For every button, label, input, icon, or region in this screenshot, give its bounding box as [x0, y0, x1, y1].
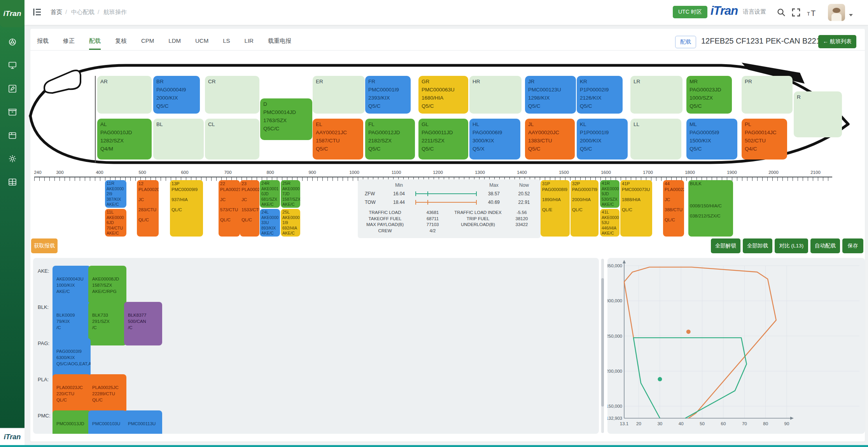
action-button-4[interactable]: 自动配载: [810, 238, 840, 253]
edit-icon[interactable]: [8, 84, 17, 93]
cargo-position-AL[interactable]: ALPAG00010JD1282/SZXQ4/M: [97, 119, 152, 160]
inventory-group-label: PLA:: [38, 377, 49, 382]
cargo-position-ER[interactable]: ER: [313, 76, 365, 114]
bottom-strip: [0, 445, 868, 447]
scrollbar-thumb[interactable]: [601, 278, 604, 407]
cargo-position-22[interactable]: 22PLA00021JC573/CTUQL/C: [219, 180, 240, 237]
inventory-card-PMC00013JD[interactable]: PMC00013JD: [52, 410, 91, 434]
cargo-position-BR[interactable]: BRPAG00004I92000/KIXQ5/C: [153, 76, 200, 114]
tab-LS[interactable]: LS: [223, 37, 230, 50]
monitor-icon[interactable]: [8, 61, 17, 70]
action-button-5[interactable]: 保存: [842, 238, 863, 253]
tab-LDM[interactable]: LDM: [168, 37, 181, 50]
action-button-3[interactable]: 对比 (L13): [775, 238, 808, 253]
cargo-position-11R[interactable]: 11RAKE00002I9387/KIXAKE/C: [105, 180, 126, 208]
cargo-position-KL[interactable]: KLP1P00001I92000/KIXQ5/C: [577, 119, 628, 160]
cargo-position-BL[interactable]: BL: [153, 119, 204, 160]
cargo-position-25R[interactable]: 25RAKE00007JD1587/SZXAKE/C: [281, 180, 300, 208]
cargo-position-PR[interactable]: PR: [742, 76, 793, 114]
cargo-position-13P[interactable]: 13PPMC00009I9937/HIAQL/C: [170, 180, 203, 237]
chevron-down-icon[interactable]: [849, 14, 853, 16]
cargo-position-AR[interactable]: AR: [97, 76, 152, 114]
cargo-position-EL[interactable]: ELAAY00021JC1587/CTUQ5/C: [313, 119, 363, 160]
cargo-position-41P[interactable]: 41PPMC000073U1888/HIAQL/C: [620, 180, 652, 237]
load-planning-page: iTran iTran 首页 / 中心配载 / 航班操作 UTC 时区 iTra…: [0, 0, 868, 447]
cargo-position-32P[interactable]: 32PPAG00007I92000/HIAQL/C: [570, 180, 598, 237]
tab-修正[interactable]: 修正: [63, 37, 75, 50]
breadcrumb-home[interactable]: 首页: [51, 9, 62, 16]
weight-envelope-chart: 350,000300,000250,000200,000150,000132,9…: [607, 258, 865, 434]
breadcrumb-flight-ops: 航班操作: [103, 9, 127, 16]
tab-配载[interactable]: 配载: [89, 37, 101, 50]
cargo-position-24L[interactable]: 24LAKE000033U893/KIXAKE/C: [260, 209, 280, 237]
cargo-position-KR[interactable]: KRP1P00002I92126/KIXQ5/C: [577, 76, 623, 114]
cargo-position-41R[interactable]: 41RAKE00009JD530/SZXAKE/C: [600, 180, 620, 208]
cargo-position-R[interactable]: R: [794, 91, 842, 137]
cargo-position-31P[interactable]: 31PPAG00008I91890/HIAQL/E: [541, 180, 570, 237]
utc-timezone-button[interactable]: UTC 时区: [673, 6, 707, 18]
breadcrumb-center-load[interactable]: 中心配载: [71, 9, 94, 16]
inventory-group-label: BLK:: [38, 304, 49, 310]
cargo-position-24R[interactable]: 24RAKE00010JD681/SZXAKE/C: [260, 180, 280, 208]
cargo-position-D[interactable]: DPMC00014JD1763/SZXQ5C/C: [260, 98, 312, 140]
cargo-position-23[interactable]: 23PLA00024JC1533/CTUQL/C: [240, 180, 259, 237]
fetch-load-button[interactable]: 获取报载: [31, 238, 58, 253]
cargo-position-GR[interactable]: GRPMC000063U1680/HIAQ5/C: [418, 76, 468, 114]
action-button-1[interactable]: 全部解锁: [711, 238, 740, 253]
cargo-position-LL[interactable]: LL: [630, 119, 681, 160]
tow-range-slider: [415, 202, 476, 203]
ruler-label-1100: 1100: [392, 170, 401, 175]
tab-CPM[interactable]: CPM: [141, 37, 154, 50]
cargo-position-ML[interactable]: MLPAG00005I91500/KIXQ5/C: [686, 119, 737, 160]
svg-text:150,000: 150,000: [607, 404, 622, 408]
tab-LIR[interactable]: LIR: [245, 37, 254, 50]
cargo-position-BULK[interactable]: BULK0008/150/HIA/C038/212/SZX/C: [688, 180, 733, 237]
table-icon[interactable]: [8, 177, 17, 187]
breadcrumb-separator: /: [98, 9, 99, 15]
archive-icon[interactable]: [8, 107, 17, 117]
cargo-position-25L[interactable]: 25LAKE00001I9692/HIAAKE/C: [281, 209, 300, 237]
language-settings-button[interactable]: 语言设置: [743, 8, 766, 16]
tab-载重电报[interactable]: 载重电报: [268, 37, 291, 50]
tab-复核[interactable]: 复核: [115, 37, 127, 50]
cargo-position-MR[interactable]: MRPAG00023JD1000/SZXQ5/C: [686, 76, 732, 114]
svg-text:60: 60: [721, 421, 726, 426]
cargo-position-CR[interactable]: CR: [205, 76, 259, 114]
cargo-position-HL[interactable]: HLPAG00006I93000/KIXQ5/X: [469, 119, 520, 160]
cockpit-window: [44, 70, 80, 93]
font-size-icon[interactable]: T T: [807, 8, 819, 18]
inventory-card-BLK8377[interactable]: BLK8377500/CAN/C: [124, 302, 162, 345]
svg-text:70: 70: [742, 421, 747, 426]
cargo-position-LR[interactable]: LR: [630, 76, 682, 114]
fullscreen-icon[interactable]: [791, 8, 801, 17]
cargo-position-12[interactable]: 12PLA00020JC283/CTUQL/C: [137, 180, 159, 237]
cargo-position-JR[interactable]: JRPMC000123U1298/KIXQ5/C: [525, 76, 576, 114]
inventory-card-BLK733[interactable]: BLK733291/SZX/C: [88, 302, 126, 345]
package-icon[interactable]: [8, 131, 17, 140]
cargo-position-41L[interactable]: 41LAKE000053U446/HIAAKE/C: [600, 209, 620, 237]
gear-icon[interactable]: [8, 154, 17, 163]
cargo-position-CL[interactable]: CL: [205, 119, 259, 160]
cargo-position-FL[interactable]: FLPAG00012JD2182/SZXQ5/C: [365, 119, 415, 160]
inventory-card-PMC000113U[interactable]: PMC000113U: [124, 410, 162, 434]
cargo-position-44[interactable]: 44PLA00022JC388/CTUQL/C: [663, 180, 684, 237]
user-avatar[interactable]: [828, 4, 845, 21]
cargo-position-11L[interactable]: 11LAKE00006JD704/CTUAKE/C: [105, 209, 126, 237]
tab-报载[interactable]: 报载: [37, 37, 49, 50]
action-button-2[interactable]: 全部卸载: [743, 238, 772, 253]
cargo-position-PL[interactable]: PLPAG00014JC502/CTUQ4/C: [742, 119, 787, 160]
menu-fold-icon[interactable]: [32, 7, 42, 17]
app-logo[interactable]: iTran: [0, 0, 24, 27]
inventory-card-PMC000103U[interactable]: PMC000103U: [88, 410, 126, 434]
ruler-label-300: 300: [56, 170, 63, 175]
cargo-position-JL[interactable]: JLAAY00020JC1383/CTUQ5/C: [525, 119, 575, 160]
cargo-position-GL[interactable]: GLPAG00011JD2211/SZXQ5/C: [418, 119, 468, 160]
cargo-position-FR[interactable]: FRPMC00001I92393/KIXQ5/C: [365, 76, 411, 114]
ruler-label-2000: 2000: [768, 170, 779, 175]
search-icon[interactable]: [777, 8, 786, 17]
cargo-position-HR[interactable]: HR: [469, 76, 522, 114]
tab-UCM[interactable]: UCM: [195, 37, 208, 50]
dashboard-icon[interactable]: [8, 37, 17, 47]
flight-list-button[interactable]: ← 航班列表: [818, 35, 856, 48]
ruler-label-1000: 1000: [349, 170, 359, 175]
